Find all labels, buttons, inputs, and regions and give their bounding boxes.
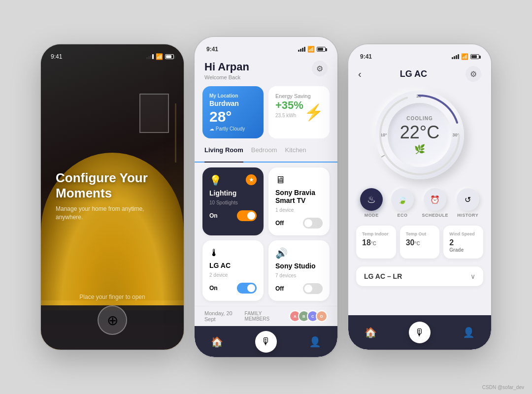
battery-icon xyxy=(317,47,326,52)
eco-icon: 🍃 xyxy=(391,188,414,211)
lighting-sub: 10 Spotlights xyxy=(209,200,257,205)
energy-label: Energy Saving xyxy=(275,93,323,99)
ac-icon: 🌡 xyxy=(209,247,257,259)
ac-mode-button-eco[interactable]: 🍃 ECO xyxy=(391,188,414,218)
credit-text: CSDN @sofar_dev xyxy=(482,385,524,390)
phone2-footer: Monday, 20 Sept FAMILY MEMBERS A B C D xyxy=(195,306,337,326)
lighting-status: On xyxy=(209,212,218,219)
lighting-toggle[interactable] xyxy=(237,210,257,221)
phone2-bottom-nav: 🏠 🎙 👤 xyxy=(195,326,337,357)
family-members: FAMILY MEMBERS A B C D xyxy=(245,310,328,322)
back-button[interactable]: ‹ xyxy=(358,68,362,80)
wind-unit: Grade xyxy=(449,247,477,253)
ac-mode-button-mode[interactable]: ♨ MODE xyxy=(360,188,383,218)
signal-icon xyxy=(452,54,459,59)
nav-home-icon[interactable]: 🏠 xyxy=(211,336,223,348)
mode-heat-icon: ♨ xyxy=(360,188,383,211)
tab-kitchen[interactable]: Kitchen xyxy=(285,146,306,157)
device-card-studio: 🔊 Sony Studio 7 devices Off xyxy=(268,240,330,301)
ac-mode-button-history[interactable]: ↺ HISTORY xyxy=(457,188,479,218)
studio-icon: 🔊 xyxy=(275,247,323,259)
ac-stat-wind: Wind Speed 2 Grade xyxy=(443,226,483,259)
ac-mode-buttons: ♨ MODE 🍃 ECO ⏰ SCHEDULE ↺ HISTORY xyxy=(348,184,491,222)
outdoor-label: Temp Out xyxy=(406,231,434,236)
tv-toggle[interactable] xyxy=(303,218,323,229)
history-icon: ↺ xyxy=(457,188,479,211)
studio-toggle[interactable] xyxy=(303,283,323,294)
studio-footer: Off xyxy=(275,283,323,294)
phone2-status-bar: 9:41 📶 xyxy=(195,37,337,57)
weather-city: Burdwan xyxy=(209,99,257,107)
wifi-icon: 📶 xyxy=(461,53,468,60)
studio-status: Off xyxy=(275,285,284,292)
weather-card: My Location Burdwan 28° ☁ Partly Cloudy xyxy=(202,86,264,138)
nav-home-icon[interactable]: 🏠 xyxy=(365,327,377,338)
nav-mic-button[interactable]: 🎙 xyxy=(255,331,277,353)
indoor-value: 18°C xyxy=(362,238,390,247)
history-label: HISTORY xyxy=(457,213,478,218)
chevron-down-icon: ∨ xyxy=(470,272,475,280)
ac-zone-section: LG AC – LR ∨ xyxy=(356,266,483,286)
lighting-icon: 💡 xyxy=(209,174,222,186)
phone1-wall-art xyxy=(139,94,169,133)
ac-status: On xyxy=(209,285,218,292)
weather-condition: ☁ Partly Cloudy xyxy=(209,126,257,131)
indoor-label: Temp Indoor xyxy=(362,231,390,236)
phone1-hint: Place your finger to open xyxy=(41,294,184,300)
phone2-greeting: Hi Arpan Welcome Back xyxy=(204,61,249,80)
tab-bedroom[interactable]: Bedroom xyxy=(251,146,277,157)
ac-mode-button-schedule[interactable]: ⏰ SCHEDULE xyxy=(422,188,449,218)
ac-zone-dropdown[interactable]: LG AC – LR ∨ xyxy=(356,266,483,286)
ac-dial-container: 20° 10° 30° COOLING 22°C 🌿 xyxy=(348,86,491,184)
phone-1: 9:41 📶 Configure Your Moments Manage you… xyxy=(41,44,184,350)
wind-value: 2 Grade xyxy=(449,238,477,253)
phone1-subtitle: Manage your home from anytime, anywhere. xyxy=(56,205,169,222)
signal-icon xyxy=(146,54,154,59)
ac-toggle[interactable] xyxy=(237,283,257,294)
phone1-hero-text: Configure Your Moments Manage your home … xyxy=(56,170,169,222)
wind-label: Wind Speed xyxy=(449,231,477,236)
lighting-name: Lighting xyxy=(209,189,257,197)
tv-footer: Off xyxy=(275,218,323,229)
gear-icon: ⚙ xyxy=(470,69,477,79)
tv-sub: 1 device xyxy=(275,207,323,213)
phone3-settings-button[interactable]: ⚙ xyxy=(466,66,481,82)
star-badge: ★ xyxy=(246,174,257,185)
ac-stats-section: Temp Indoor 18°C Temp Out 30°C Wind Spee… xyxy=(348,222,491,263)
phone3-title: LG AC xyxy=(400,69,427,79)
device-card-ac: 🌡 LG AC 2 device On xyxy=(202,240,264,301)
tab-living-room[interactable]: Living Room xyxy=(204,146,243,163)
mic-icon: 🎙 xyxy=(261,336,271,347)
phone2-welcome-text: Welcome Back xyxy=(204,74,249,80)
ac-footer: On xyxy=(209,283,257,294)
battery-icon xyxy=(165,54,174,59)
mic-icon: 🎙 xyxy=(415,327,425,338)
bolt-icon: ⚡ xyxy=(304,103,324,122)
device-card-tv: 🖥 Sony Bravia Smart TV 1 device Off xyxy=(268,167,330,235)
phone3-status-icons: 📶 xyxy=(452,53,479,60)
phone2-header: Hi Arpan Welcome Back ⚙ xyxy=(195,57,337,86)
phone-3: 9:41 📶 ‹ LG AC xyxy=(348,44,491,350)
ac-temperature-dial[interactable]: 20° 10° 30° COOLING 22°C 🌿 xyxy=(375,91,464,179)
members-label: FAMILY MEMBERS xyxy=(245,311,287,322)
phone2-room-tabs: Living Room Bedroom Kitchen xyxy=(195,144,337,163)
phone2-greeting-name: Hi Arpan xyxy=(204,61,249,73)
weather-location-label: My Location xyxy=(209,93,257,98)
phone1-fingerprint-button[interactable]: ⊕ xyxy=(98,305,127,335)
ac-stat-outdoor: Temp Out 30°C xyxy=(400,226,440,259)
nav-profile-icon[interactable]: 👤 xyxy=(309,336,321,348)
phone3-time: 9:41 xyxy=(360,53,372,60)
signal-icon xyxy=(298,47,305,52)
phone2-main-content: 9:41 📶 Hi Arpan We xyxy=(195,37,337,357)
studio-name: Sony Studio xyxy=(275,262,323,270)
phone1-plant xyxy=(175,103,176,163)
eco-label: ECO xyxy=(397,213,407,218)
dial-arc xyxy=(375,91,464,179)
nav-profile-icon[interactable]: 👤 xyxy=(463,327,475,338)
wifi-icon: 📶 xyxy=(156,53,163,60)
phone3-main-content: 9:41 📶 ‹ LG AC xyxy=(348,44,491,350)
weather-temp: 28° xyxy=(209,108,257,125)
nav-mic-button[interactable]: 🎙 xyxy=(409,322,431,343)
zone-label: LG AC – LR xyxy=(364,272,402,280)
phone2-settings-button[interactable]: ⚙ xyxy=(312,61,328,76)
